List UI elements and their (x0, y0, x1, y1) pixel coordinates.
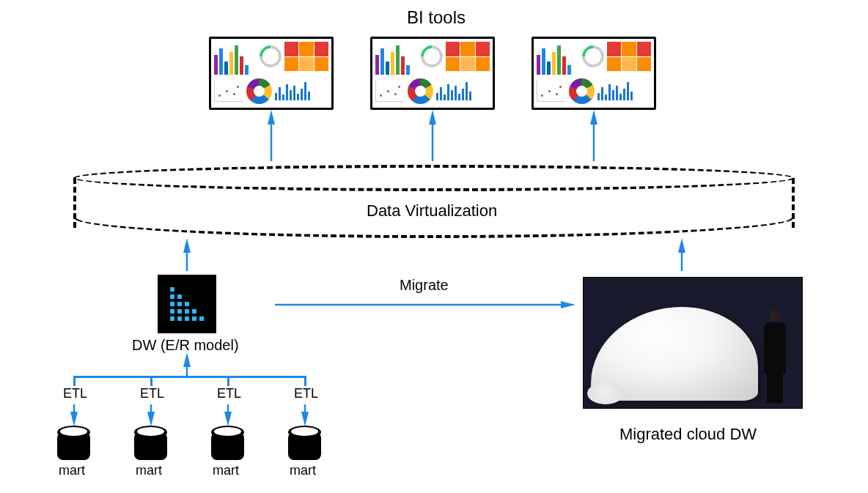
svg-rect-11 (185, 302, 189, 306)
etl-drop-2 (150, 376, 152, 386)
migrate-label: Migrate (400, 277, 449, 294)
svg-rect-7 (170, 294, 174, 299)
svg-rect-14 (185, 309, 189, 314)
svg-rect-19 (192, 316, 196, 321)
bi-dashboard-2 (370, 37, 495, 110)
arrow-etl-4 (298, 403, 312, 426)
svg-rect-6 (170, 287, 174, 292)
svg-rect-20 (199, 316, 204, 321)
diagram-canvas: BI tools (0, 0, 868, 493)
scatter-icon (214, 80, 243, 102)
etl-drop-1 (73, 376, 76, 386)
bar-chart-icon (375, 42, 418, 75)
pie-chart-icon (246, 78, 272, 104)
migrated-cloud-image (583, 277, 803, 409)
dw-er-label: DW (E/R model) (132, 337, 239, 354)
mart-icon-4 (288, 432, 321, 460)
dw-er-icon (158, 275, 216, 333)
svg-rect-18 (185, 316, 189, 321)
pie-chart-icon (569, 78, 595, 104)
mart-label-1: mart (59, 463, 85, 478)
svg-rect-9 (170, 302, 174, 306)
mart-label-4: mart (290, 463, 316, 478)
gauge-icon (578, 41, 608, 72)
arrow-cloud-to-virt (674, 242, 689, 278)
mart-label-2: mart (136, 463, 162, 478)
svg-rect-10 (177, 302, 182, 306)
svg-rect-12 (170, 309, 174, 314)
bi-dashboard-1 (209, 37, 334, 110)
etl-label-3: ETL (217, 386, 241, 401)
sparkbar-icon (275, 82, 328, 100)
sparkbar-icon (597, 82, 651, 100)
mart-label-3: mart (213, 463, 239, 478)
bar-chart-icon (214, 42, 257, 75)
svg-rect-15 (192, 309, 196, 314)
scatter-icon (375, 80, 405, 102)
etl-drop-3 (227, 376, 229, 386)
svg-rect-17 (177, 316, 182, 321)
arrow-up-1 (264, 114, 279, 168)
bar-chart-icon (537, 42, 579, 75)
arrow-dw-up-from-tree (180, 357, 194, 382)
gauge-icon (416, 41, 447, 72)
etl-branch-line (73, 376, 304, 378)
mart-icon-2 (134, 432, 167, 460)
svg-rect-13 (177, 309, 182, 314)
arrow-etl-1 (67, 403, 81, 426)
arrow-etl-3 (221, 403, 235, 426)
etl-label-4: ETL (294, 386, 318, 401)
arrow-dw-to-virt (180, 242, 194, 278)
etl-label-1: ETL (63, 386, 87, 401)
pie-chart-icon (408, 78, 433, 104)
etl-label-2: ETL (140, 386, 164, 401)
arrow-etl-2 (144, 403, 158, 426)
svg-rect-8 (177, 294, 182, 299)
scatter-icon (537, 80, 566, 102)
etl-drop-4 (304, 376, 306, 386)
mart-icon-1 (57, 432, 90, 460)
bi-tools-label: BI tools (407, 7, 466, 28)
mart-icon-3 (211, 432, 244, 460)
heatmap-icon (607, 42, 651, 71)
sparkbar-icon (436, 82, 490, 100)
gauge-icon (255, 41, 286, 72)
svg-rect-16 (170, 316, 174, 321)
covered-car-icon (591, 307, 758, 401)
arrow-migrate (275, 299, 575, 314)
heatmap-icon (284, 42, 328, 71)
bi-dashboard-3 (532, 37, 656, 110)
arrow-up-3 (586, 114, 601, 168)
migrated-cloud-label: Migrated cloud DW (619, 425, 757, 444)
person-silhouette-icon (758, 309, 791, 404)
heatmap-icon (446, 42, 490, 71)
arrow-up-2 (425, 114, 440, 168)
data-virtualization-label: Data Virtualization (367, 201, 497, 220)
